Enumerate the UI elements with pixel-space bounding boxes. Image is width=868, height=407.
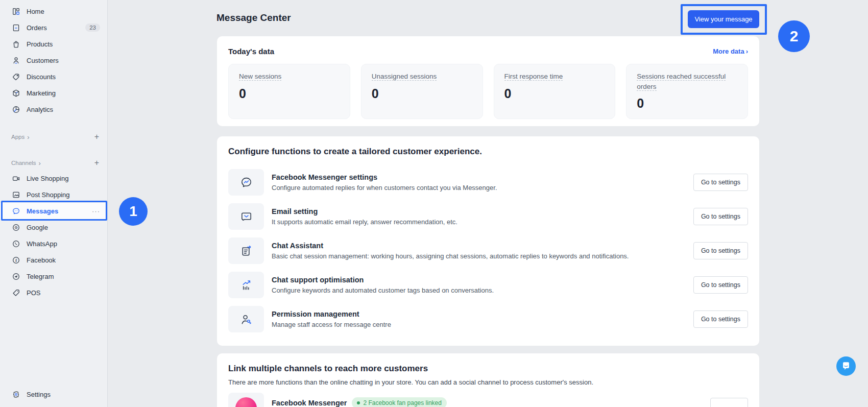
stat-card-sessions-reached-orders[interactable]: Sessions reached successful orders 0 xyxy=(626,64,748,119)
sidebar-item-discounts[interactable]: Discounts xyxy=(0,68,107,85)
sidebar-item-label: Google xyxy=(27,224,48,231)
chat-bubble-smile-icon xyxy=(841,361,851,371)
stat-value: 0 xyxy=(239,86,340,101)
page-title: Message Center xyxy=(216,12,291,23)
message-center-app: Home Orders 23 Products Customers xyxy=(0,0,868,407)
sidebar-item-label: Settings xyxy=(27,391,51,398)
sidebar-item-label: Customers xyxy=(27,57,59,64)
stat-card-unassigned-sessions[interactable]: Unassigned sessions 0 xyxy=(361,64,483,119)
sidebar-item-label: Orders xyxy=(27,24,47,32)
sidebar-section-channels[interactable]: Channels › + xyxy=(0,156,107,170)
function-description: Configure keywords and automated custome… xyxy=(272,286,494,294)
analytics-icon xyxy=(11,105,20,114)
sidebar-item-label: Telegram xyxy=(27,273,54,280)
sidebar-item-customers[interactable]: Customers xyxy=(0,52,107,68)
sidebar-item-messages[interactable]: Messages ··· xyxy=(0,203,107,219)
configure-heading: Configure functions to create a tailored… xyxy=(228,147,748,157)
go-to-settings-button[interactable]: Go to settings xyxy=(693,276,748,294)
telegram-icon xyxy=(11,272,20,281)
function-row-facebook-messenger: Facebook Messenger settings Configure au… xyxy=(228,169,748,196)
sidebar-item-label: Marketing xyxy=(27,89,56,97)
discounts-icon xyxy=(11,72,20,81)
chevron-right-icon: › xyxy=(27,133,29,141)
channel-row-facebook-messenger: Facebook Messenger 2 Facebook fan pages … xyxy=(228,393,748,407)
sidebar-item-analytics[interactable]: Analytics xyxy=(0,101,107,117)
configure-functions-card: Configure functions to create a tailored… xyxy=(217,136,759,346)
stat-card-new-sessions[interactable]: New sessions 0 xyxy=(228,64,350,119)
sidebar-item-label: Post Shopping xyxy=(27,191,70,199)
chevron-right-icon: › xyxy=(746,47,748,55)
email-icon xyxy=(228,203,264,230)
more-data-link[interactable]: More data› xyxy=(713,47,748,55)
add-app-button[interactable]: + xyxy=(94,132,99,141)
add-channel-button[interactable]: + xyxy=(94,158,99,167)
sidebar-item-pos[interactable]: POS xyxy=(0,284,107,301)
permission-key-icon xyxy=(228,306,264,332)
sidebar-item-home[interactable]: Home xyxy=(0,3,107,19)
view-your-message-button[interactable]: View your message xyxy=(688,10,759,28)
stat-value: 0 xyxy=(372,86,472,101)
more-options-icon[interactable]: ··· xyxy=(92,207,100,215)
todays-data-card: Today's data More data› New sessions 0 U… xyxy=(217,36,759,126)
go-to-settings-button[interactable]: Go to settings xyxy=(693,242,748,259)
sidebar-section-apps[interactable]: Apps › + xyxy=(0,130,107,144)
facebook-messenger-logo-icon xyxy=(228,393,264,407)
sidebar-item-label: Messages xyxy=(27,207,58,215)
todays-data-heading: Today's data xyxy=(228,47,274,56)
sidebar-item-telegram[interactable]: Telegram xyxy=(0,268,107,284)
sidebar-item-products[interactable]: Products xyxy=(0,36,107,52)
sidebar-item-post-shopping[interactable]: Post Shopping xyxy=(0,186,107,203)
customers-icon xyxy=(11,56,20,65)
green-dot-icon xyxy=(357,401,360,404)
sidebar-item-label: Discounts xyxy=(27,73,56,81)
channel-action-button[interactable] xyxy=(710,398,748,407)
sidebar-item-whatsapp[interactable]: WhatsApp xyxy=(0,235,107,252)
sidebar-item-google[interactable]: G Google xyxy=(0,219,107,235)
go-to-settings-button[interactable]: Go to settings xyxy=(693,174,748,191)
function-title: Permission management xyxy=(272,310,391,318)
link-channels-card: Link multiple channels to reach more cus… xyxy=(217,353,759,407)
sidebar-item-facebook[interactable]: f Facebook xyxy=(0,252,107,268)
function-title: Email setting xyxy=(272,207,457,216)
orders-icon xyxy=(11,23,20,32)
function-title: Facebook Messenger settings xyxy=(272,173,497,181)
sidebar-item-live-shopping[interactable]: Live Shopping xyxy=(0,170,107,186)
linked-pages-label: 2 Facebook fan pages linked xyxy=(363,399,441,406)
sidebar-item-settings[interactable]: Settings xyxy=(0,386,107,402)
sidebar: Home Orders 23 Products Customers xyxy=(0,0,108,407)
function-description: It supports automatic email reply, answe… xyxy=(272,218,457,226)
sidebar-item-orders[interactable]: Orders 23 xyxy=(0,19,107,36)
products-icon xyxy=(11,39,20,49)
home-icon xyxy=(11,7,20,16)
sidebar-item-label: POS xyxy=(27,289,40,297)
stat-card-first-response-time[interactable]: First response time 0 xyxy=(494,64,616,119)
function-description: Basic chat session management: working h… xyxy=(272,252,629,260)
whatsapp-icon xyxy=(11,239,20,248)
go-to-settings-button[interactable]: Go to settings xyxy=(693,310,748,328)
stat-value: 0 xyxy=(504,86,605,101)
sidebar-item-label: Facebook xyxy=(27,256,56,264)
function-row-permission-management: Permission management Manage staff acces… xyxy=(228,306,748,332)
sidebar-item-marketing[interactable]: Marketing xyxy=(0,85,107,101)
more-data-label: More data xyxy=(713,47,744,55)
function-row-chat-support-optimisation: Chat support optimisation Configure keyw… xyxy=(228,272,748,298)
orders-count-badge: 23 xyxy=(85,23,100,32)
live-chat-button[interactable] xyxy=(836,356,856,376)
sidebar-item-label: Analytics xyxy=(27,106,53,113)
function-description: Manage staff access for message centre xyxy=(272,321,391,328)
function-row-email: Email setting It supports automatic emai… xyxy=(228,203,748,230)
marketing-icon xyxy=(11,88,20,98)
linked-pages-badge: 2 Facebook fan pages linked xyxy=(352,397,446,407)
chart-growth-icon xyxy=(228,272,264,298)
stat-label: Unassigned sessions xyxy=(372,73,437,81)
function-title: Chat support optimisation xyxy=(272,276,494,284)
google-icon: G xyxy=(11,223,20,232)
annotation-step-1: 1 xyxy=(119,197,148,226)
stat-label: New sessions xyxy=(239,73,281,81)
svg-text:f: f xyxy=(15,258,17,262)
sidebar-item-label: WhatsApp xyxy=(27,240,57,248)
pos-tag-icon xyxy=(11,288,20,297)
go-to-settings-button[interactable]: Go to settings xyxy=(693,208,748,225)
function-row-chat-assistant: Chat Assistant Basic chat session manage… xyxy=(228,237,748,264)
channel-title: Facebook Messenger xyxy=(272,399,347,407)
